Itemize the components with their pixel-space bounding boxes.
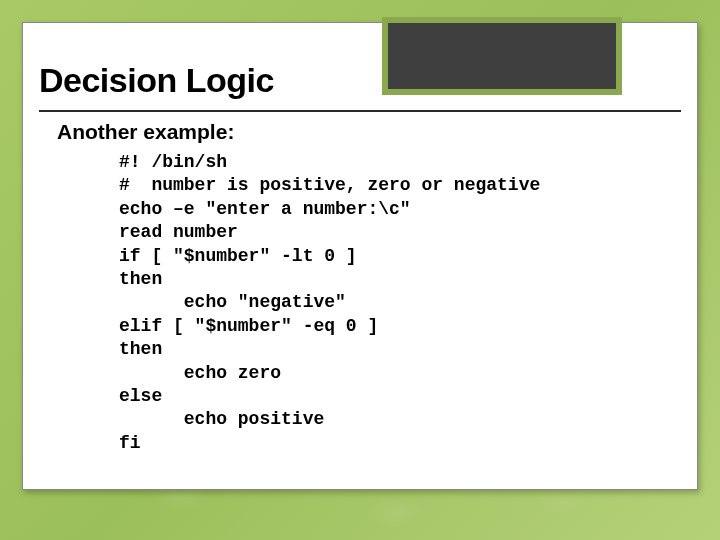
code-block: #! /bin/sh # number is positive, zero or… [119, 151, 540, 455]
slide-card: Decision Logic Another example: #! /bin/… [22, 22, 698, 490]
title-divider [39, 110, 681, 112]
slide-subtitle: Another example: [57, 120, 234, 144]
accent-box [382, 17, 622, 95]
slide-title: Decision Logic [39, 61, 274, 100]
